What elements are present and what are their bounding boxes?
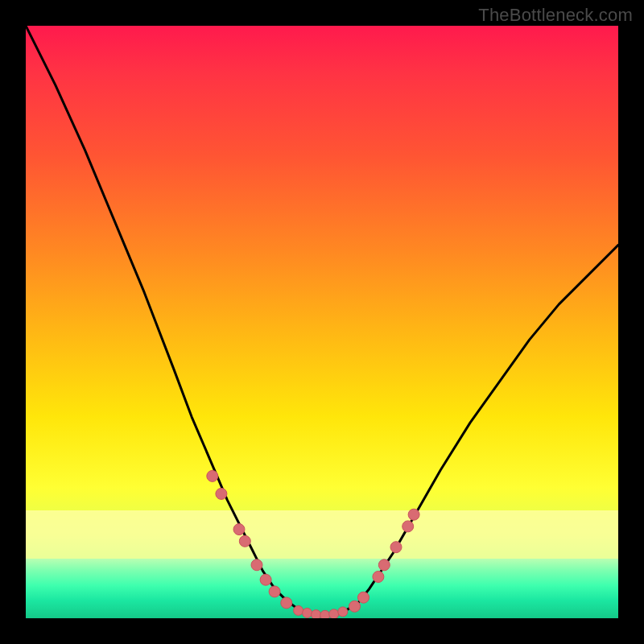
data-point <box>207 470 218 481</box>
highlight-band-green <box>26 559 618 618</box>
watermark-text: TheBottleneck.com <box>478 5 633 26</box>
plot-area <box>26 26 618 618</box>
data-point <box>216 488 227 499</box>
highlight-band-yellow <box>26 510 618 559</box>
chart-frame: TheBottleneck.com <box>0 0 644 644</box>
